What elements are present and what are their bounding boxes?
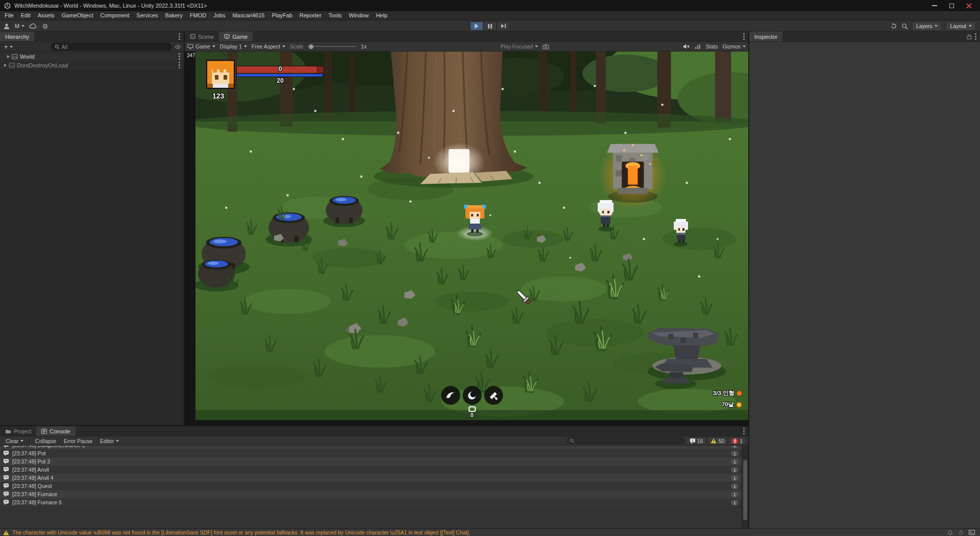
furnace (599, 141, 667, 210)
menu-bar: File Edit Assets GameObject Component Se… (0, 11, 980, 20)
log-entry[interactable]: [23:37:48] Furnace1 (0, 490, 742, 498)
unity-editor-window: WitchMendokusai - World - Windows, Mac, … (0, 0, 980, 536)
cloud-icon[interactable] (29, 23, 37, 29)
game-display-menu[interactable]: Game (187, 43, 215, 50)
lock-icon[interactable] (967, 34, 972, 39)
game-viewport[interactable]: 0 20 123 (195, 52, 748, 420)
undo-history-icon[interactable] (890, 22, 897, 30)
gizmos-dropdown[interactable]: Gizmos (722, 43, 746, 50)
hierarchy-item-dontdestroyonload[interactable]: DontDestroyOnLoad (0, 61, 184, 69)
error-filter-toggle[interactable]: 1 (729, 437, 746, 445)
menu-playfab[interactable]: PlayFab (268, 11, 296, 20)
menu-fmod[interactable]: FMOD (186, 11, 210, 20)
game-tab-icon (224, 34, 230, 39)
window-title: WitchMendokusai - World - Windows, Mac, … (14, 3, 207, 9)
tab-inspector[interactable]: Inspector (749, 32, 782, 41)
log-entry[interactable]: [23:37:48] Anvil1 (0, 466, 742, 474)
scale-slider-thumb[interactable] (309, 44, 313, 49)
log-entry[interactable]: [23:37:48] Anvil 41 (0, 474, 742, 482)
hierarchy-menu-icon[interactable] (179, 36, 180, 37)
skill-button-3[interactable] (484, 386, 503, 405)
pause-button[interactable] (483, 21, 497, 31)
search-icon[interactable] (901, 23, 908, 30)
display-target-dropdown[interactable]: Display 1 (220, 43, 247, 50)
layers-dropdown[interactable]: Layers (912, 21, 942, 31)
warning-icon (710, 438, 717, 444)
screenshot-camera-icon[interactable] (543, 44, 549, 50)
play-button[interactable] (470, 21, 483, 31)
menu-services[interactable]: Services (133, 11, 161, 20)
console-panel-menu-icon[interactable] (743, 430, 745, 432)
layout-dropdown[interactable]: Layout (946, 21, 976, 31)
menu-bakery[interactable]: Bakery (162, 11, 186, 20)
menu-file[interactable]: File (1, 11, 17, 20)
tab-scene[interactable]: Scene (185, 32, 219, 41)
scene-visibility-icon[interactable] (175, 44, 181, 50)
account-menu[interactable]: M (15, 23, 24, 29)
tab-project[interactable]: Project (0, 426, 36, 436)
hierarchy-item-world[interactable]: World (0, 52, 184, 61)
expand-arrow-icon[interactable] (7, 55, 10, 58)
menu-assets[interactable]: Assets (34, 11, 58, 20)
tab-game[interactable]: Game (219, 32, 253, 41)
log-count-badge: 1 (731, 475, 739, 481)
menu-mascari4615[interactable]: Mascari4615 (229, 11, 268, 20)
log-entry[interactable]: [23:37:48] Quest1 (0, 482, 742, 490)
hierarchy-search-input[interactable]: All (51, 43, 172, 51)
menu-edit[interactable]: Edit (17, 11, 34, 20)
menu-tools[interactable]: Tools (325, 11, 346, 20)
menu-reporter[interactable]: Reporter (296, 11, 325, 20)
menu-window[interactable]: Window (345, 11, 372, 20)
log-count-badge: 1 (731, 500, 739, 505)
menu-help[interactable]: Help (372, 11, 391, 20)
aspect-ratio-dropdown[interactable]: Free Aspect (252, 43, 285, 50)
error-pause-toggle[interactable]: Error Pause (61, 437, 95, 445)
add-gameobject-button[interactable]: + (3, 43, 14, 51)
play-focused-dropdown[interactable]: Play Focused (501, 43, 538, 50)
editor-dropdown[interactable]: Editor (97, 437, 122, 445)
console-search-input[interactable] (567, 437, 685, 444)
collapse-toggle[interactable]: Collapse (32, 437, 59, 445)
clear-button[interactable]: Clear (3, 437, 27, 445)
minimize-button[interactable] (932, 5, 937, 6)
skill-button-1[interactable] (441, 386, 460, 405)
warning-filter-toggle[interactable]: 50 (707, 437, 727, 445)
game-panel-menu-icon[interactable] (743, 36, 745, 37)
console-toolbar: Clear Collapse Error Pause Editor 16 50 (0, 436, 748, 446)
row-options-icon[interactable] (179, 56, 180, 57)
chevron-down-icon (20, 440, 23, 442)
scrollbar-thumb[interactable] (743, 460, 747, 520)
tab-console[interactable]: Console (36, 426, 75, 436)
status-message[interactable]: The character with Unicode value \uB098 … (12, 529, 470, 535)
menu-component[interactable]: Component (96, 11, 133, 20)
status-console-icon[interactable] (969, 530, 975, 535)
step-button[interactable] (497, 21, 510, 31)
mute-audio-icon[interactable] (683, 43, 690, 50)
chevron-down-icon (535, 45, 538, 47)
console-scrollbar[interactable] (742, 446, 748, 528)
info-filter-toggle[interactable]: 16 (687, 437, 706, 445)
skill-button-2[interactable] (462, 386, 481, 405)
log-entry[interactable]: [23:37:48] DungeonEntrance 21 (0, 446, 742, 449)
hp-bar-red: 0 (236, 66, 324, 74)
log-entry[interactable]: [23:37:48] Pot1 (0, 449, 742, 457)
tab-hierarchy[interactable]: Hierarchy (0, 32, 34, 41)
services-gear-icon[interactable] (42, 23, 48, 30)
game-toolbar: Game Display 1 Free Aspect Scale 1x Play… (185, 42, 748, 52)
info-log-icon (3, 467, 9, 473)
menu-jobs[interactable]: Jobs (210, 11, 229, 20)
menu-gameobject[interactable]: GameObject (58, 11, 97, 20)
log-entry[interactable]: [23:37:48] Pot 31 (0, 457, 742, 466)
stats-button[interactable]: Stats (705, 43, 718, 50)
close-button[interactable] (966, 3, 972, 9)
account-icon[interactable] (3, 22, 10, 30)
expand-arrow-icon[interactable] (4, 64, 7, 67)
log-entry[interactable]: [23:37:48] Furnace 51 (0, 498, 742, 506)
metrics-icon[interactable] (695, 44, 701, 50)
scale-slider[interactable] (308, 46, 356, 47)
inspector-menu-icon[interactable] (975, 36, 976, 37)
status-refresh-icon[interactable] (958, 530, 964, 535)
row-options-icon[interactable] (179, 64, 180, 66)
maximize-button[interactable] (949, 4, 954, 8)
status-bell-icon[interactable] (947, 530, 953, 535)
